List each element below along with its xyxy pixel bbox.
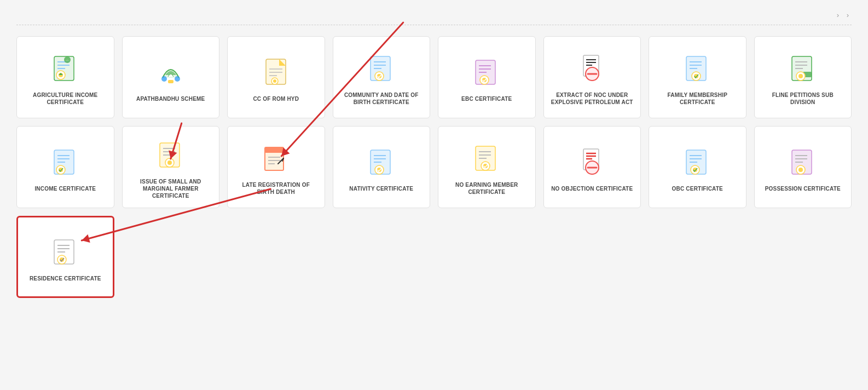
card-label-income-certificate: INCOME CERTIFICATE <box>34 185 96 192</box>
document-icon <box>258 55 293 90</box>
apathbandhu-icon <box>153 55 188 90</box>
card-extract-noc-explosive[interactable]: EXTRACT OF NOC UNDER EXPLOSIVE PETROLEUM… <box>543 36 641 118</box>
card-late-registration-birth-death[interactable]: LATE REGISTRATION OF BIRTH DEATH <box>227 126 325 208</box>
agriculture-icon <box>48 51 83 86</box>
svg-rect-9 <box>168 80 173 83</box>
family-icon <box>680 51 715 86</box>
card-label-issue-small-marginal-farmer: ISSUE OF SMALL AND MARGINAL FARMER CERTI… <box>128 178 214 199</box>
card-label-nativity-certificate: NATIVITY CERTIFICATE <box>349 185 413 192</box>
card-label-community-date-birth-certificate: COMMUNITY AND DATE OF BIRTH CERTIFICATE <box>339 91 425 106</box>
card-label-extract-noc-explosive: EXTRACT OF NOC UNDER EXPLOSIVE PETROLEUM… <box>549 91 635 106</box>
card-fline-petitions-sub-division[interactable]: FLINE PETITIONS SUB DIVISION <box>754 36 852 118</box>
ebc-icon <box>469 55 504 90</box>
card-no-earning-member-certificate[interactable]: NO EARNING MEMBER CERTIFICATE <box>438 126 536 208</box>
card-nativity-certificate[interactable]: NATIVITY CERTIFICATE <box>333 126 431 208</box>
card-possession-certificate[interactable]: POSSESSION CERTIFICATE <box>754 126 852 208</box>
card-apathbandhu-scheme[interactable]: APATHBANDHU SCHEME <box>122 36 220 118</box>
card-obc-certificate[interactable]: OBC CERTIFICATE <box>649 126 747 208</box>
card-cc-of-rom-hyd[interactable]: CC OF ROM HYD <box>227 36 325 118</box>
income-icon <box>48 145 83 180</box>
svg-rect-61 <box>265 147 283 153</box>
card-label-possession-certificate: POSSESSION CERTIFICATE <box>765 185 841 192</box>
late-reg-icon <box>258 141 293 176</box>
card-label-fline-petitions-sub-division: FLINE PETITIONS SUB DIVISION <box>760 91 846 106</box>
community-icon <box>364 51 399 86</box>
certificate-grid: AGRICULTURE INCOME CERTIFICATE APATHBAND… <box>16 36 852 298</box>
card-label-residence-certificate: RESIDENCE CERTIFICATE <box>30 275 101 282</box>
fline-icon <box>785 51 820 86</box>
card-ebc-certificate[interactable]: EBC CERTIFICATE <box>438 36 536 118</box>
svg-point-59 <box>167 160 172 165</box>
card-label-obc-certificate: OBC CERTIFICATE <box>672 185 723 192</box>
no-objection-icon <box>575 145 610 180</box>
card-no-objection-certificate[interactable]: NO OBJECTION CERTIFICATE <box>543 126 641 208</box>
card-agriculture-income-certificate[interactable]: AGRICULTURE INCOME CERTIFICATE <box>16 36 114 118</box>
card-label-no-objection-certificate: NO OBJECTION CERTIFICATE <box>551 185 633 192</box>
svg-point-8 <box>175 76 180 82</box>
card-label-apathbandhu-scheme: APATHBANDHU SCHEME <box>136 95 205 102</box>
card-income-certificate[interactable]: INCOME CERTIFICATE <box>16 126 114 208</box>
breadcrumb: › › <box>834 11 852 19</box>
card-label-no-earning-member-certificate: NO EARNING MEMBER CERTIFICATE <box>444 181 530 196</box>
card-issue-small-marginal-farmer[interactable]: ISSUE OF SMALL AND MARGINAL FARMER CERTI… <box>122 126 220 208</box>
card-label-cc-of-rom-hyd: CC OF ROM HYD <box>253 95 299 102</box>
obc-icon <box>680 145 715 180</box>
card-label-ebc-certificate: EBC CERTIFICATE <box>461 95 512 102</box>
svg-point-96 <box>798 168 803 172</box>
svg-point-47 <box>798 74 803 78</box>
card-label-agriculture-income-certificate: AGRICULTURE INCOME CERTIFICATE <box>22 91 108 106</box>
card-residence-certificate[interactable]: RESIDENCE CERTIFICATE <box>16 216 114 298</box>
residence-icon <box>48 234 83 269</box>
card-label-family-membership-certificate: FAMILY MEMBERSHIP CERTFICATE <box>655 91 740 106</box>
card-community-date-birth-certificate[interactable]: COMMUNITY AND DATE OF BIRTH CERTIFICATE <box>333 36 431 118</box>
svg-point-7 <box>161 76 167 82</box>
no-earning-icon <box>469 141 504 176</box>
noc-icon <box>575 51 610 86</box>
svg-point-16 <box>273 79 276 83</box>
card-label-late-registration-birth-death: LATE REGISTRATION OF BIRTH DEATH <box>233 181 319 196</box>
nativity-icon <box>364 145 399 180</box>
possession-icon <box>785 145 820 180</box>
farmer-icon <box>153 137 188 173</box>
card-family-membership-certificate[interactable]: FAMILY MEMBERSHIP CERTFICATE <box>649 36 747 118</box>
header-divider <box>16 25 852 25</box>
